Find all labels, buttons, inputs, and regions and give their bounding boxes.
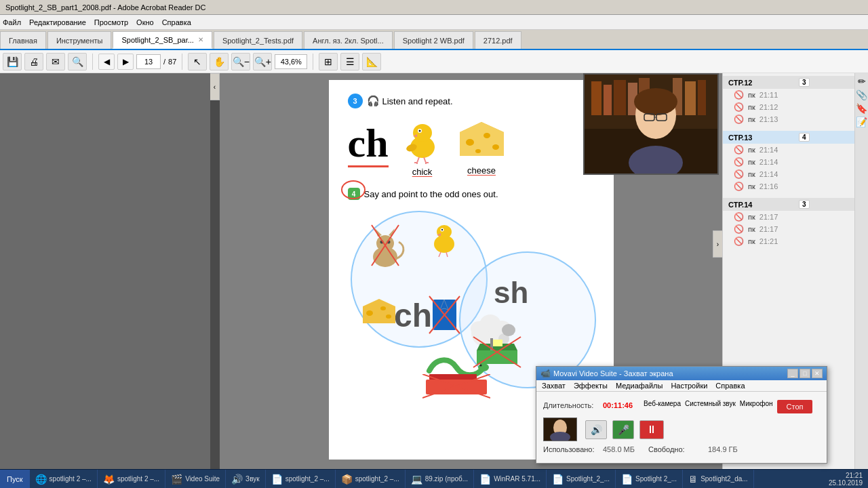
- pk-label-2: пк: [748, 103, 755, 111]
- hand-tool[interactable]: ✋: [210, 53, 229, 70]
- tab-wb[interactable]: Spotlight 2 WB.pdf: [394, 31, 473, 49]
- measure-tool[interactable]: 📐: [362, 53, 381, 70]
- print-button[interactable]: 🖨: [24, 53, 43, 70]
- taskbar-label-0: spotlight 2 –...: [50, 475, 92, 483]
- movavi-mic-button[interactable]: 🎤: [612, 420, 634, 439]
- view-options[interactable]: ☰: [340, 53, 359, 70]
- movavi-menu-effects[interactable]: Эффекты: [574, 382, 608, 390]
- taskbar-item-5[interactable]: 📦 spotlight_2 –...: [336, 470, 406, 488]
- menu-help[interactable]: Справка: [162, 18, 191, 26]
- right-panel-toggle[interactable]: ›: [713, 230, 722, 258]
- zoom-in-button[interactable]: 🔍+: [253, 53, 272, 70]
- taskbar-item-2[interactable]: 🎬 Video Suite: [165, 470, 226, 488]
- movavi-menu-settings[interactable]: Настройки: [671, 382, 707, 390]
- svg-point-38: [380, 306, 386, 310]
- movavi-menu-media[interactable]: Медиафайлы: [616, 382, 663, 390]
- menu-window[interactable]: Окно: [136, 18, 154, 26]
- taskbar-item-1[interactable]: 🦊 spotlight 2 –...: [98, 470, 165, 488]
- email-button[interactable]: ✉: [46, 53, 65, 70]
- taskbar-item-10[interactable]: 🖥 Spotlight2_da...: [683, 470, 754, 488]
- svg-rect-77: [698, 80, 706, 115]
- taskbar-item-8[interactable]: 📄 Spotlight_2_...: [547, 470, 616, 488]
- nav-prev-button[interactable]: ◀: [98, 54, 115, 70]
- sidebar-tool-2[interactable]: 📎: [856, 89, 867, 100]
- taskbar-item-6[interactable]: 💻 89.zip (проб...: [406, 470, 474, 488]
- pk-time-1: 21:11: [760, 91, 783, 99]
- movavi-pause-button[interactable]: ⏸: [639, 420, 664, 439]
- sidebar-tool-1[interactable]: ✏: [858, 76, 866, 87]
- sidebar-item-pk-2114c[interactable]: 🚫 пк 21:14: [723, 168, 868, 180]
- sidebar-item-pk-2117a[interactable]: 🚫 пк 21:17: [723, 211, 868, 223]
- sidebar-item-pk-2114b[interactable]: 🚫 пк 21:14: [723, 156, 868, 168]
- menu-view[interactable]: Просмотр: [94, 18, 128, 26]
- svg-point-1: [413, 124, 432, 142]
- taskbar-icon-5: 📦: [341, 474, 353, 485]
- movavi-menu-help[interactable]: Справка: [715, 382, 745, 390]
- taskbar-item-0[interactable]: 🌐 spotlight 2 –...: [30, 470, 98, 488]
- fullpage-view[interactable]: ⊞: [319, 53, 338, 70]
- taskbar-label-4: spotlight_2 –...: [285, 475, 330, 483]
- taskbar-item-9[interactable]: 📄 Spotlight 2_...: [616, 470, 683, 488]
- taskbar-icon-3: 🔊: [231, 474, 243, 485]
- sidebar-section-header-13[interactable]: СТР.13 4 ▼: [723, 131, 868, 144]
- edit-icon-5: 🚫: [734, 157, 744, 167]
- tab-close-icon[interactable]: ✕: [198, 36, 203, 43]
- taskbar-item-4[interactable]: 📄 spotlight_2 –...: [266, 470, 336, 488]
- pk-label-7: пк: [748, 182, 755, 190]
- sidebar-item-pk-2112[interactable]: 🚫 пк 21:12: [723, 101, 868, 113]
- tab-home[interactable]: Главная: [0, 31, 46, 49]
- sidebar-section-14-label: СТР.14: [728, 201, 752, 209]
- movavi-restore-button[interactable]: □: [800, 369, 810, 378]
- menu-edit[interactable]: Редактирование: [29, 18, 86, 26]
- movavi-minimize-button[interactable]: _: [787, 369, 798, 378]
- sidebar-item-pk-2111[interactable]: 🚫 пк 21:11: [723, 89, 868, 101]
- sidebar-item-pk-2121[interactable]: 🚫 пк 21:21: [723, 235, 868, 247]
- movavi-system-sound-button[interactable]: 🔊: [585, 420, 607, 439]
- tab-tools[interactable]: Инструменты: [47, 31, 112, 49]
- tab-sb-part1[interactable]: Spotlight_2_SB_par... ✕: [113, 31, 212, 49]
- sidebar-item-pk-2116[interactable]: 🚫 пк 21:16: [723, 180, 868, 192]
- zoom-input[interactable]: [275, 54, 307, 69]
- nav-next-button[interactable]: ▶: [117, 54, 134, 70]
- sidebar-tool-4[interactable]: 📝: [856, 117, 867, 127]
- movavi-stop-button[interactable]: Стоп: [777, 400, 813, 413]
- sidebar-item-pk-2114a[interactable]: 🚫 пк 21:14: [723, 144, 868, 156]
- pk-label-8: пк: [748, 213, 755, 221]
- tab-angl[interactable]: Англ. яз. 2кл. Spotl...: [304, 31, 393, 49]
- instruction-text-1: Listen and repeat.: [382, 96, 453, 106]
- left-panel-toggle[interactable]: ‹: [210, 73, 220, 100]
- tab-2712[interactable]: 2712.pdf: [475, 31, 521, 49]
- sidebar-item-pk-2117b[interactable]: 🚫 пк 21:17: [723, 223, 868, 235]
- zoom-out-button[interactable]: 🔍−: [231, 53, 250, 70]
- separator1: [92, 54, 93, 70]
- edit-icon-2: 🚫: [734, 102, 744, 112]
- sidebar-section-header-14[interactable]: СТР.14 3 ▼: [723, 198, 868, 211]
- movavi-close-button[interactable]: ✕: [812, 369, 823, 378]
- page-separator: /: [163, 58, 165, 66]
- search-button[interactable]: 🔍: [68, 53, 87, 70]
- taskbar-time: 21:21: [846, 472, 863, 479]
- sidebar-section-header-12[interactable]: СТР.12 3 ▼: [723, 76, 868, 89]
- taskbar-icon-9: 📄: [621, 474, 633, 485]
- cursor-tool[interactable]: ↖: [188, 53, 207, 70]
- movavi-menu-capture[interactable]: Захват: [542, 382, 566, 390]
- taskbar-item-3[interactable]: 🔊 Звук: [226, 470, 266, 488]
- movavi-titlebar: 📹 Movavi Video Suite - Захват экрана _ □…: [536, 367, 827, 380]
- taskbar-item-7[interactable]: 📄 WinRAR 5.71...: [474, 470, 547, 488]
- svg-point-29: [437, 225, 452, 239]
- cheese-word-item: cheese: [456, 119, 507, 176]
- svg-point-39: [386, 314, 391, 319]
- tab-tests[interactable]: Spotlight_2_Tests.pdf: [214, 31, 302, 49]
- sidebar-tool-3[interactable]: 🔖: [856, 103, 867, 114]
- save-button[interactable]: 💾: [3, 53, 22, 70]
- page-number-input[interactable]: [136, 54, 161, 69]
- svg-rect-70: [591, 81, 601, 115]
- menu-file[interactable]: Файл: [3, 18, 21, 26]
- svg-rect-58: [493, 340, 502, 346]
- sidebar-section-str13: СТР.13 4 ▼ 🚫 пк 21:14 🚫 пк 21:14 🚫 пк 21…: [723, 128, 868, 195]
- chick-label: chick: [412, 167, 433, 177]
- sidebar-section-12-label: СТР.12: [728, 79, 752, 87]
- svg-rect-72: [614, 80, 626, 115]
- sidebar-item-pk-2113[interactable]: 🚫 пк 21:13: [723, 113, 868, 125]
- start-button[interactable]: Пуск: [0, 470, 30, 488]
